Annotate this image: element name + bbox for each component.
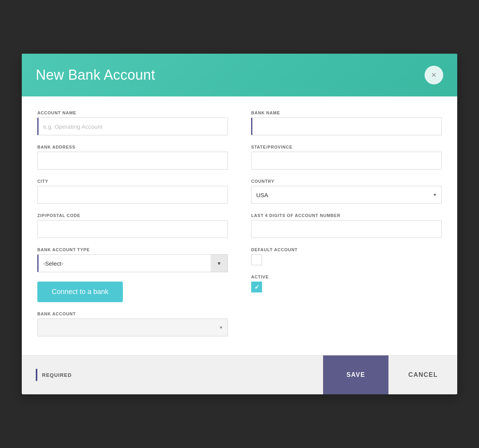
- save-button[interactable]: SAVE: [323, 355, 388, 394]
- cancel-button[interactable]: CANCEL: [388, 355, 457, 394]
- new-bank-account-modal: New Bank Account × ACCOUNT NAME BANK ADD…: [22, 54, 457, 394]
- modal-title: New Bank Account: [36, 67, 155, 83]
- account-name-group: ACCOUNT NAME: [37, 110, 228, 135]
- modal-footer: REQUIRED SAVE CANCEL: [22, 355, 457, 394]
- default-account-group: DEFAULT ACCOUNT: [251, 247, 442, 265]
- city-input[interactable]: [37, 186, 228, 204]
- last4-group: LAST 4 DIGITS OF ACCOUNT NUMBER: [251, 213, 442, 238]
- default-account-label: DEFAULT ACCOUNT: [251, 247, 442, 252]
- required-indicator: REQUIRED: [22, 369, 323, 381]
- bank-address-label: BANK ADDRESS: [37, 145, 228, 149]
- select-arrow-btn[interactable]: ▼: [211, 254, 228, 272]
- footer-actions: SAVE CANCEL: [323, 355, 457, 394]
- bank-address-group: BANK ADDRESS: [37, 145, 228, 170]
- account-name-label: ACCOUNT NAME: [37, 110, 228, 115]
- default-account-checkbox-wrapper: [251, 254, 442, 265]
- last4-input[interactable]: [251, 220, 442, 238]
- last4-label: LAST 4 DIGITS OF ACCOUNT NUMBER: [251, 213, 442, 218]
- bank-account-select[interactable]: [37, 318, 228, 336]
- state-label: STATE/PROVINCE: [251, 145, 442, 149]
- state-input[interactable]: [251, 152, 442, 170]
- zip-group: ZIP/POSTAL CODE: [37, 213, 228, 238]
- default-account-checkbox[interactable]: [251, 254, 262, 265]
- zip-input[interactable]: [37, 220, 228, 238]
- bank-name-group: BANK NAME: [251, 110, 442, 135]
- active-group: ACTIVE: [251, 275, 442, 292]
- country-group: COUNTRY USA Canada United Kingdom: [251, 179, 442, 204]
- active-label: ACTIVE: [251, 275, 442, 279]
- connect-bank-button[interactable]: Connect to a bank: [37, 282, 123, 302]
- bank-account-type-group: BANK ACCOUNT TYPE -Select- Checking Savi…: [37, 247, 228, 272]
- close-button[interactable]: ×: [425, 66, 443, 84]
- city-group: CITY: [37, 179, 228, 204]
- active-checkbox[interactable]: [251, 282, 262, 292]
- form-grid: ACCOUNT NAME BANK ADDRESS CITY: [37, 110, 442, 346]
- bank-name-label: BANK NAME: [251, 110, 442, 115]
- country-label: COUNTRY: [251, 179, 442, 184]
- bank-name-input[interactable]: [251, 117, 442, 135]
- bank-account-type-select[interactable]: -Select- Checking Savings: [37, 254, 228, 272]
- bank-account-type-label: BANK ACCOUNT TYPE: [37, 247, 228, 252]
- right-column: BANK NAME STATE/PROVINCE COUNTRY USA: [251, 110, 442, 346]
- bank-account-type-select-wrapper: -Select- Checking Savings ▼: [37, 254, 228, 272]
- city-label: CITY: [37, 179, 228, 184]
- modal-header: New Bank Account ×: [22, 54, 457, 96]
- bank-account-label: BANK ACCOUNT: [37, 312, 228, 316]
- country-select-wrapper: USA Canada United Kingdom: [251, 186, 442, 204]
- bank-account-select-wrapper: [37, 318, 228, 336]
- bank-account-group: BANK ACCOUNT: [37, 312, 228, 336]
- state-group: STATE/PROVINCE: [251, 145, 442, 170]
- required-text: REQUIRED: [42, 372, 72, 378]
- active-checkbox-wrapper: [251, 282, 442, 292]
- modal-body: ACCOUNT NAME BANK ADDRESS CITY: [22, 96, 457, 355]
- zip-label: ZIP/POSTAL CODE: [37, 213, 228, 218]
- left-column: ACCOUNT NAME BANK ADDRESS CITY: [37, 110, 228, 346]
- country-select[interactable]: USA Canada United Kingdom: [251, 186, 442, 204]
- required-bar-indicator: [36, 369, 37, 381]
- modal-backdrop: New Bank Account × ACCOUNT NAME BANK ADD…: [0, 0, 479, 448]
- account-name-input[interactable]: [37, 117, 228, 135]
- bank-address-input[interactable]: [37, 152, 228, 170]
